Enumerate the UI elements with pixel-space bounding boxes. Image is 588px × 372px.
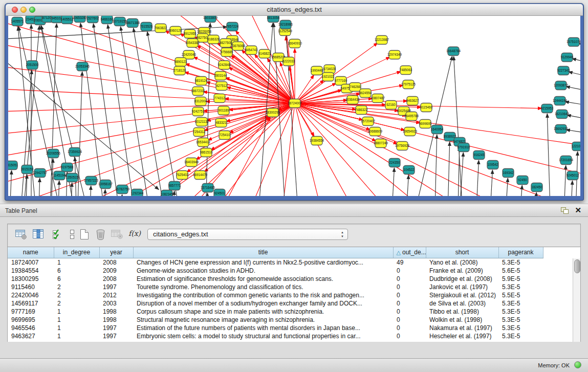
graph-edge[interactable] (120, 194, 122, 196)
graph-node[interactable]: 1405571 (11, 17, 24, 26)
graph-node[interactable]: 9861510 (200, 148, 213, 157)
graph-edge[interactable] (565, 102, 580, 106)
table-vertical-scrollbar[interactable] (573, 258, 580, 342)
graph-edge[interactable] (93, 24, 123, 196)
graph-node[interactable]: 9819124 (195, 77, 208, 85)
column-header-name[interactable]: name (8, 247, 54, 258)
graph-node[interactable]: 1315051 (8, 161, 18, 170)
table-selector-dropdown[interactable]: citations_edges.txt ▲▼ (147, 229, 348, 240)
graph-edge[interactable] (107, 25, 139, 196)
graph-node[interactable]: 12974349 (387, 51, 402, 59)
graph-node[interactable]: 10688609 (368, 127, 383, 136)
graph-node[interactable]: 2718120 (173, 67, 186, 75)
graph-edge[interactable] (231, 103, 295, 196)
graph-edge[interactable] (572, 58, 580, 64)
graph-node[interactable]: 16534412 (196, 138, 211, 147)
float-panel-icon[interactable] (561, 207, 569, 214)
table-cell[interactable]: de Silva et al. (2003) (426, 299, 498, 308)
table-cell[interactable]: Nakamura et al. (1997) (426, 324, 498, 332)
table-row[interactable]: 1872400712008Changes of HCN gene express… (8, 258, 543, 267)
table-row[interactable]: 977716911998Corpus callosum shape and si… (8, 308, 543, 316)
graph-node[interactable]: 12093872 (554, 81, 569, 90)
graph-node[interactable]: 17975125 (401, 80, 416, 89)
graph-edge[interactable] (9, 170, 12, 196)
graph-node[interactable]: 916245 (473, 151, 485, 160)
graph-node[interactable]: 23676068 (231, 42, 246, 51)
graph-node[interactable]: 774312 (214, 94, 225, 103)
graph-node[interactable]: 3915159 (21, 165, 34, 174)
graph-node[interactable]: 9197588 (61, 163, 74, 172)
graph-node[interactable]: 15720407 (361, 117, 376, 126)
graph-node[interactable]: 8186328 (207, 35, 220, 44)
table-row[interactable]: 969969511998Structural magnetic resonanc… (8, 316, 543, 324)
table-cell[interactable]: 0 (393, 267, 426, 275)
table-cell[interactable]: 5.3E-5 (498, 258, 543, 267)
graph-edge[interactable] (89, 186, 91, 196)
graph-node[interactable]: 109542 (487, 161, 498, 169)
table-row[interactable]: 1938455462009Genome-wide association stu… (8, 267, 543, 275)
table-cell[interactable]: 5.3E-5 (498, 324, 543, 332)
scrollbar-thumb[interactable] (574, 259, 580, 273)
graph-node[interactable]: 8454743 (245, 46, 258, 55)
graph-node[interactable]: 12213987 (375, 36, 389, 45)
graph-node[interactable]: 7625402 (176, 171, 189, 180)
graph-edge[interactable] (434, 135, 437, 196)
graph-node[interactable]: 1527602 (86, 16, 99, 23)
graph-edge[interactable] (391, 168, 394, 196)
graph-node[interactable]: 8813054 (267, 16, 280, 23)
graph-node[interactable]: 725410 (219, 131, 230, 140)
graph-node[interactable]: 9857771 (168, 182, 181, 190)
show-columns-icon[interactable] (31, 228, 46, 242)
table-cell[interactable]: 22420046 (8, 291, 54, 299)
graph-node[interactable]: 182450 (531, 183, 542, 192)
table-cell[interactable]: 5.3E-5 (498, 308, 543, 316)
graph-node[interactable]: 901189 (218, 106, 229, 115)
table-row[interactable]: 1456911722003Disruption of a novel membe… (8, 299, 543, 308)
table-cell[interactable]: 6 (54, 275, 99, 283)
graph-node[interactable]: 7857224 (226, 23, 239, 31)
table-cell[interactable]: 2008 (99, 275, 133, 283)
table-cell[interactable]: 1 (54, 308, 99, 316)
table-cell[interactable]: 49 (393, 258, 426, 267)
table-cell[interactable]: 1998 (99, 316, 133, 324)
graph-node[interactable]: 9699695 (419, 120, 432, 128)
table-cell[interactable]: 6 (54, 267, 99, 275)
table-cell[interactable]: 5.6E-5 (498, 267, 543, 275)
table-cell[interactable]: 1997 (99, 332, 133, 340)
graph-node[interactable]: 2803144 (214, 72, 227, 80)
table-cell[interactable]: 2008 (99, 258, 133, 267)
graph-node[interactable]: 1640954 (431, 125, 444, 134)
graph-node[interactable]: 16033809 (203, 16, 218, 23)
table-cell[interactable]: Hescheler et al. (1997) (426, 332, 498, 340)
table-cell[interactable]: 1 (54, 332, 99, 340)
table-cell[interactable]: Franke et al. (2009) (426, 267, 498, 275)
graph-node[interactable]: 7486322 (355, 106, 368, 115)
table-cell[interactable]: 0 (393, 283, 426, 291)
table-cell[interactable]: 2009 (99, 267, 133, 275)
table-cell[interactable]: 9115460 (8, 283, 54, 291)
graph-node[interactable]: 20364436 (345, 96, 360, 104)
close-panel-icon[interactable]: ✕ (575, 206, 581, 215)
graph-edge[interactable] (57, 181, 59, 196)
graph-node[interactable]: 224350 (389, 159, 400, 167)
graph-node[interactable]: 18672311 (191, 87, 205, 96)
graph-node[interactable]: 483321 (215, 119, 227, 127)
table-cell[interactable]: Disruption of a novel member of a sodium… (133, 299, 393, 308)
graph-node[interactable]: 16210643 (555, 110, 570, 119)
graph-edge[interactable] (18, 70, 32, 196)
graph-edge[interactable] (405, 175, 408, 196)
table-cell[interactable]: Jankovic et al. (1997) (426, 283, 498, 291)
graph-node[interactable]: 18807249 (374, 139, 388, 148)
graph-node[interactable]: 12942757 (33, 169, 48, 178)
table-cell[interactable]: 1 (54, 316, 99, 324)
graph-edge[interactable] (567, 115, 580, 120)
graph-node[interactable]: 19218986 (278, 20, 293, 29)
graph-node[interactable]: 746266 (350, 83, 361, 92)
delete-column-icon[interactable] (94, 228, 108, 242)
graph-node[interactable]: 6791910 (458, 143, 470, 152)
graph-node[interactable]: 104522 (403, 166, 415, 174)
graph-node[interactable]: 9146821 (258, 50, 271, 58)
table-cell[interactable]: 9777169 (8, 308, 54, 316)
graph-node[interactable]: 8222033 (282, 57, 295, 66)
table-cell[interactable]: 18300295 (8, 275, 54, 283)
